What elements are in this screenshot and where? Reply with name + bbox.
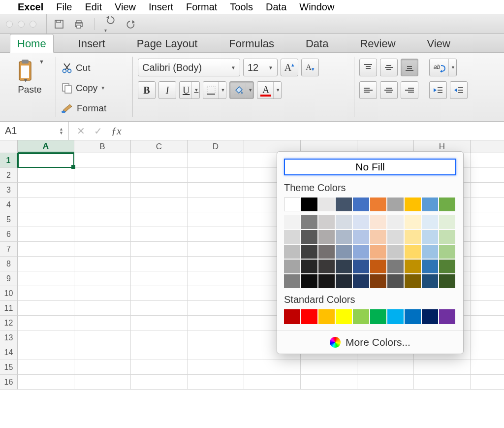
color-swatch[interactable] xyxy=(284,260,300,273)
cell[interactable] xyxy=(74,360,131,374)
chevron-down-icon[interactable]: ▼ xyxy=(191,82,198,99)
cell[interactable] xyxy=(131,227,188,241)
cell[interactable] xyxy=(131,301,188,315)
underline-button[interactable]: U▼ xyxy=(179,81,200,99)
color-swatch[interactable] xyxy=(405,215,421,229)
cell[interactable] xyxy=(131,242,188,256)
cell[interactable] xyxy=(188,316,244,330)
cell[interactable] xyxy=(188,375,244,389)
cell[interactable] xyxy=(131,375,188,389)
cell[interactable] xyxy=(74,345,131,360)
decrease-indent-button[interactable] xyxy=(429,81,447,99)
cell[interactable] xyxy=(18,360,74,374)
tab-review[interactable]: Review xyxy=(353,34,402,52)
cell[interactable] xyxy=(188,301,244,315)
formula-input[interactable] xyxy=(129,122,504,140)
color-swatch[interactable] xyxy=(284,215,300,229)
color-swatch[interactable] xyxy=(353,198,369,211)
cell[interactable] xyxy=(18,375,74,389)
increase-font-button[interactable]: A▴ xyxy=(281,59,298,76)
close-window-button[interactable] xyxy=(6,21,13,28)
color-swatch[interactable] xyxy=(422,245,438,259)
color-swatch[interactable] xyxy=(301,309,317,324)
format-painter-button[interactable]: Format xyxy=(61,99,127,117)
color-swatch[interactable] xyxy=(422,260,438,273)
color-swatch[interactable] xyxy=(422,274,438,288)
cell[interactable] xyxy=(74,301,131,315)
color-swatch[interactable] xyxy=(370,309,386,324)
cell[interactable] xyxy=(131,183,188,197)
menu-edit[interactable]: Edit xyxy=(85,1,102,13)
color-swatch[interactable] xyxy=(387,198,404,211)
color-swatch[interactable] xyxy=(318,309,335,324)
color-swatch[interactable] xyxy=(336,309,352,324)
print-icon[interactable] xyxy=(73,19,84,30)
app-name[interactable]: Excel xyxy=(18,1,43,13)
cut-button[interactable]: Cut xyxy=(61,59,127,77)
color-swatch[interactable] xyxy=(405,274,421,288)
cell[interactable] xyxy=(18,198,74,212)
cell[interactable] xyxy=(74,183,131,197)
chevron-down-icon[interactable]: ▼ xyxy=(448,59,455,76)
cell[interactable] xyxy=(131,257,188,271)
tab-formulas[interactable]: Formulas xyxy=(222,34,281,52)
font-size-combo[interactable]: 12▼ xyxy=(243,59,278,76)
color-swatch[interactable] xyxy=(284,274,300,288)
cell[interactable] xyxy=(18,242,74,256)
cell[interactable] xyxy=(188,227,244,241)
chevron-down-icon[interactable]: ▼ xyxy=(100,85,105,91)
cell[interactable] xyxy=(74,316,131,330)
more-colors-button[interactable]: More Colors... xyxy=(277,330,463,354)
align-middle-button[interactable] xyxy=(380,59,398,76)
row-header[interactable]: 10 xyxy=(0,286,18,301)
color-swatch[interactable] xyxy=(336,215,352,229)
tab-insert[interactable]: Insert xyxy=(71,34,112,52)
cell[interactable] xyxy=(74,227,131,241)
cell[interactable] xyxy=(74,168,131,182)
color-swatch[interactable] xyxy=(405,245,421,259)
color-swatch[interactable] xyxy=(301,274,317,288)
color-swatch[interactable] xyxy=(353,215,369,229)
font-color-button[interactable]: A ▼ xyxy=(257,81,282,99)
color-swatch[interactable] xyxy=(405,309,421,324)
cell[interactable] xyxy=(74,286,131,300)
color-swatch[interactable] xyxy=(301,260,317,273)
color-swatch[interactable] xyxy=(284,245,300,259)
cell[interactable] xyxy=(188,257,244,271)
row-header[interactable]: 5 xyxy=(0,212,18,227)
bold-button[interactable]: B xyxy=(138,81,156,99)
color-swatch[interactable] xyxy=(387,309,404,324)
row-header[interactable]: 12 xyxy=(0,316,18,330)
row-header[interactable]: 14 xyxy=(0,345,18,360)
menu-view[interactable]: View xyxy=(115,1,136,13)
cell[interactable] xyxy=(131,360,188,374)
color-swatch[interactable] xyxy=(370,260,386,273)
color-swatch[interactable] xyxy=(301,245,317,259)
name-box[interactable]: A1▲▼ xyxy=(0,122,69,140)
color-swatch[interactable] xyxy=(370,215,386,229)
cell[interactable] xyxy=(131,198,188,212)
zoom-window-button[interactable] xyxy=(30,21,36,28)
cell[interactable] xyxy=(18,168,74,182)
color-swatch[interactable] xyxy=(301,230,317,244)
color-swatch[interactable] xyxy=(318,245,335,259)
fx-icon[interactable]: ƒx xyxy=(111,125,122,137)
fill-color-button[interactable]: ▼ xyxy=(229,81,254,99)
cell[interactable] xyxy=(131,316,188,330)
cell[interactable] xyxy=(74,257,131,271)
menu-tools[interactable]: Tools xyxy=(230,1,253,13)
color-swatch[interactable] xyxy=(439,274,455,288)
undo-icon[interactable]: ▾ xyxy=(104,14,117,33)
cell[interactable] xyxy=(18,301,74,315)
align-left-button[interactable] xyxy=(359,81,377,99)
increase-indent-button[interactable] xyxy=(450,81,468,99)
cell[interactable] xyxy=(18,330,74,345)
tab-page-layout[interactable]: Page Layout xyxy=(130,34,205,52)
color-swatch[interactable] xyxy=(405,260,421,273)
cell[interactable] xyxy=(74,242,131,256)
cell[interactable] xyxy=(18,212,74,227)
cell[interactable] xyxy=(357,360,414,374)
decrease-font-button[interactable]: A▾ xyxy=(301,59,319,76)
cell[interactable] xyxy=(188,330,244,345)
row-header[interactable]: 8 xyxy=(0,257,18,271)
